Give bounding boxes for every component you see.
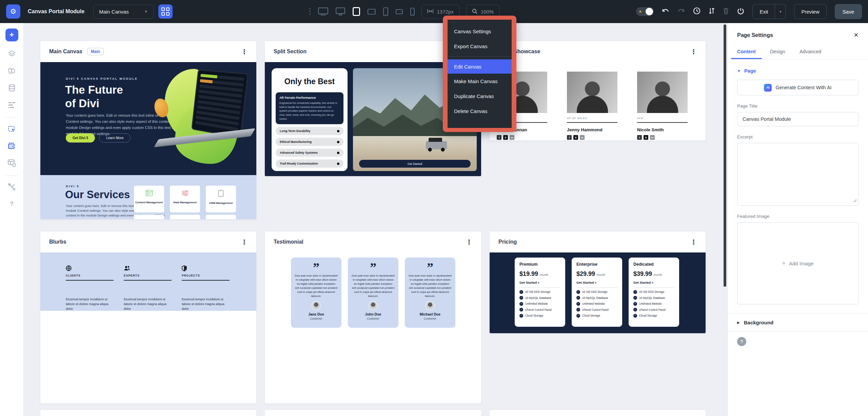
theme-toggle[interactable]: ☀ (636, 7, 654, 16)
toolbar-drag-handle[interactable] (309, 8, 311, 15)
facebook-icon[interactable]: f (497, 135, 501, 140)
kebab-menu-icon[interactable]: ⋮ (466, 239, 472, 245)
shield-icon (182, 265, 230, 271)
device-tablet-icon-active[interactable] (353, 7, 360, 16)
list-view-icon[interactable] (5, 98, 18, 111)
device-phone-small-icon[interactable] (410, 8, 415, 16)
linkedin-icon[interactable]: in (580, 135, 585, 140)
wireframe-view-icon[interactable] (5, 156, 18, 169)
linkedin-icon[interactable]: in (510, 135, 514, 140)
canvas-grid-view-button[interactable] (158, 4, 173, 19)
canvas-card-blurbs[interactable]: Blurbs ⋮ CLIENTS Eiusmod tempor incididu… (40, 231, 257, 404)
close-icon[interactable]: ✕ (854, 32, 859, 39)
x-twitter-icon[interactable]: X (573, 135, 578, 140)
feature-row[interactable]: Advanced Safety Systems (276, 149, 343, 157)
menu-item-delete-canvas[interactable]: Delete Canvas (448, 103, 512, 118)
trash-button[interactable] (723, 7, 729, 16)
gear-icon: ⚙ (10, 7, 17, 16)
check-icon: ✓ (576, 302, 580, 306)
page-title-input[interactable] (737, 112, 859, 126)
facebook-icon[interactable]: f (567, 135, 572, 140)
tab-divider (728, 59, 868, 59)
plan-get-started-link[interactable]: Get Started » (576, 281, 617, 284)
design-presets-icon[interactable] (5, 64, 18, 77)
device-phone-landscape-icon[interactable] (396, 9, 403, 14)
canvas-card-stub[interactable] (264, 410, 481, 416)
menu-item-edit-canvas[interactable]: Edit Canvas (448, 59, 512, 74)
plan-get-started-link[interactable]: Get Started » (519, 281, 560, 284)
kebab-menu-icon[interactable]: ⋮ (241, 49, 248, 55)
linkedin-icon[interactable]: in (650, 135, 655, 140)
help-bubble-button[interactable]: ? (737, 337, 746, 346)
layers-icon[interactable] (5, 48, 18, 60)
power-exit-icon-button[interactable] (737, 7, 744, 16)
page-section-toggle[interactable]: ▼ Page (737, 68, 859, 74)
x-twitter-icon[interactable]: X (503, 135, 508, 140)
save-button[interactable]: Save (835, 4, 862, 19)
x-twitter-icon[interactable]: X (644, 135, 648, 140)
bullet-dot (337, 130, 339, 132)
canvas-card-pricing[interactable]: Pricing ⋮ Premium $19.99/month Get Start… (489, 231, 706, 334)
service-card: Content Management (134, 186, 164, 212)
feature-row[interactable]: Long-Term Durability (276, 127, 343, 135)
preview-button[interactable]: Preview (794, 4, 826, 19)
redo-button[interactable] (677, 8, 685, 15)
select-module-icon[interactable] (5, 122, 18, 135)
tools-icon[interactable] (5, 181, 18, 193)
testimonial-section-preview: ” Duis aute irure dolor in reprehenderit… (265, 252, 481, 328)
background-section-toggle[interactable]: ▶ Background (737, 314, 859, 331)
kebab-menu-icon[interactable]: ⋮ (690, 239, 697, 245)
vertical-scrollbar[interactable] (724, 24, 726, 287)
tab-design[interactable]: Design (770, 49, 785, 59)
tab-content[interactable]: Content (737, 49, 756, 59)
split-get-started-button[interactable]: Get Started (359, 160, 471, 168)
menu-divider (448, 56, 512, 57)
canvas-card-main[interactable]: Main Canvas Main ⋮ DIVI 5 CANVAS PORTAL … (40, 41, 257, 220)
device-tablet-landscape-icon[interactable] (368, 9, 376, 15)
kebab-menu-icon[interactable]: ⋮ (690, 49, 697, 55)
hero-primary-cta[interactable]: Get Divi 5 (66, 133, 95, 143)
plan-get-started-link[interactable]: Get Started » (633, 281, 674, 284)
canvas-card-stub[interactable] (40, 410, 257, 416)
help-icon[interactable]: ? (5, 197, 18, 210)
exit-button[interactable]: Exit (752, 4, 775, 19)
select-module-stack-icon[interactable] (5, 139, 18, 152)
add-module-button[interactable]: + (5, 29, 18, 41)
page-settings-panel: Page Settings ✕ Content Design Advanced … (727, 23, 868, 416)
featured-image-dropzone[interactable]: + Add Image (737, 222, 859, 304)
split-feature-panel: Only the Best All-Terrain Performance En… (272, 68, 348, 171)
canvas-card-testimonial[interactable]: Testimonial ⋮ ” Duis aute irure dolor in… (264, 231, 481, 404)
feature-row[interactable]: Ethical Manufacturing (276, 138, 343, 146)
canvas-selector-dropdown[interactable]: Main Canvas ▼ (93, 4, 154, 19)
database-icon[interactable] (5, 81, 18, 94)
sort-arrows-button[interactable] (709, 7, 715, 16)
generate-content-ai-button[interactable]: AI Generate Content With AI (737, 80, 859, 95)
feature-row[interactable]: Trail-Ready Customization (276, 159, 343, 168)
team-showcase-preview: CEO Chris Brannan f X in VP OF SALES Jen… (490, 62, 706, 140)
exit-dropdown-caret[interactable]: ▼ (775, 4, 786, 19)
kebab-menu-icon[interactable]: ⋮ (241, 239, 248, 245)
content-management-icon (145, 190, 153, 198)
check-icon: ✓ (576, 314, 580, 318)
canvas-card-team-showcase[interactable]: Team Showcase ⋮ CEO Chris Brannan f X in… (489, 41, 706, 141)
excerpt-label: Excerpt (737, 134, 859, 139)
testimonial-card: ” Duis aute irure dolor in reprehenderit… (405, 258, 455, 328)
menu-item-duplicate-canvas[interactable]: Duplicate Canvas (448, 89, 512, 103)
builder-settings-gear-button[interactable]: ⚙ (6, 4, 20, 19)
hero-secondary-cta[interactable]: Learn More (99, 133, 131, 143)
menu-item-canvas-settings[interactable]: Canvas Settings (448, 24, 512, 39)
check-icon: ✓ (576, 290, 580, 294)
device-phone-icon[interactable] (383, 7, 388, 16)
menu-item-export-canvas[interactable]: Export Canvas (448, 39, 512, 54)
undo-button[interactable] (662, 8, 669, 15)
device-desktop-xl-icon[interactable] (318, 7, 328, 16)
resize-handle-icon[interactable] (853, 198, 857, 204)
menu-item-make-main-canvas[interactable]: Make Main Canvas (448, 74, 512, 89)
tab-advanced[interactable]: Advanced (800, 49, 822, 59)
member-photo (637, 72, 688, 113)
excerpt-textarea[interactable] (737, 143, 859, 206)
device-desktop-icon[interactable] (336, 7, 345, 16)
facebook-icon[interactable]: f (637, 135, 642, 140)
history-clock-button[interactable] (693, 7, 701, 16)
canvas-card-stub[interactable] (489, 410, 706, 416)
